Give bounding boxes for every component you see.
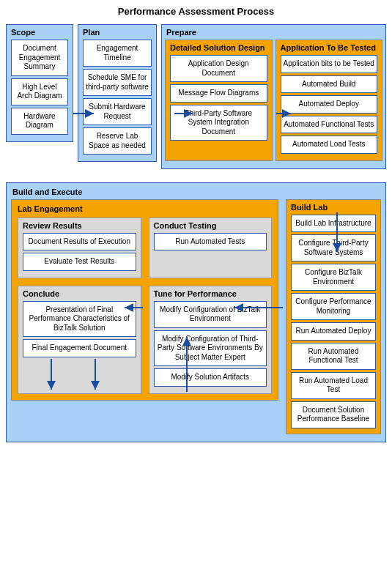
conclude: Conclude Presentation of Final Performan… <box>18 286 141 394</box>
conclude-item: Final Engagement Document <box>23 339 136 357</box>
design-label: Detailed Solution Design <box>169 43 269 52</box>
top-row: Scope Document Engagement Summary High L… <box>6 24 386 169</box>
build-lab-item: Configure BizTalk Environment <box>291 264 376 291</box>
detailed-solution-design: Detailed Solution Design Application Des… <box>165 40 273 161</box>
plan-item: Reserve Lab Space as needed <box>83 127 152 155</box>
app-item: Automated Functional Tests <box>281 116 378 134</box>
build-lab-item: Configure Performance Monitoring <box>291 293 376 320</box>
conclude-label: Conclude <box>21 289 138 298</box>
scope-item: Hardware Diagram <box>11 108 68 135</box>
design-item: Message Flow Diagrams <box>170 84 267 103</box>
application-to-be-tested: Application To Be Tested Application bit… <box>275 40 383 161</box>
review-item: Document Results of Execution <box>23 233 136 251</box>
tune-item: Modify Solution Artifacts <box>154 368 267 387</box>
tune-performance: Tune for Performance Modify Configuratio… <box>149 286 273 394</box>
review-item: Evaluate Test Results <box>23 253 136 271</box>
phase-plan: Plan Engagement Timeline Schedule SME fo… <box>78 24 157 162</box>
build-lab-label: Build Lab <box>289 203 377 212</box>
plan-item: Schedule SME for third-party software <box>83 69 152 96</box>
app-item: Automated Load Tests <box>281 135 378 154</box>
phase-prepare: Prepare Detailed Solution Design Applica… <box>161 24 386 169</box>
tune-item: Modify Configuration of BizTalk Environm… <box>154 301 267 328</box>
build-execute-label: Build and Execute <box>11 187 381 196</box>
review-results: Review Results Document Results of Execu… <box>18 218 141 278</box>
build-lab-item: Document Solution Performance Baseline <box>291 401 376 428</box>
scope-item: High Level Arch Diagram <box>11 78 68 105</box>
conduct-item: Run Automated Tests <box>154 233 267 251</box>
conduct-label: Conduct Testing <box>152 221 269 230</box>
build-lab-item: Build Lab Infrastructure <box>291 215 376 233</box>
conclude-item: Presentation of Final Performance Charac… <box>23 301 136 338</box>
conduct-testing: Conduct Testing Run Automated Tests <box>149 218 273 278</box>
lab-engagement: Lab Engagement Review Results Document R… <box>11 199 278 401</box>
plan-item: Submit Hardware Request <box>83 98 152 125</box>
build-lab-item: Run Automated Load Test <box>291 372 376 399</box>
scope-item: Document Engagement Summary <box>11 40 68 76</box>
build-lab-item: Run Automated Deploy <box>291 322 376 341</box>
phase-scope: Scope Document Engagement Summary High L… <box>6 24 73 142</box>
app-item: Automated Build <box>281 75 378 94</box>
tune-label: Tune for Performance <box>152 289 269 298</box>
review-label: Review Results <box>21 221 138 230</box>
app-item: Application bits to be Tested <box>281 55 378 73</box>
build-lab: Build Lab Build Lab Infrastructure Confi… <box>286 199 381 434</box>
plan-item: Engagement Timeline <box>83 40 152 67</box>
prepare-label: Prepare <box>165 28 382 37</box>
phase-build-execute: Build and Execute Lab Engagement Review … <box>6 182 386 442</box>
design-item: Third-Party Software System Integration … <box>170 105 267 141</box>
build-lab-item: Run Automated Functional Test <box>291 343 376 370</box>
design-item: Application Design Document <box>170 55 267 82</box>
plan-label: Plan <box>81 28 153 37</box>
lab-engagement-label: Lab Engagement <box>16 204 273 213</box>
build-lab-item: Configure Third-Party Software Systems <box>291 234 376 261</box>
app-label: Application To Be Tested <box>279 43 380 52</box>
page-title: Performance Assessment Process <box>6 6 386 17</box>
tune-item: Modify Configuration of Third-Party Soft… <box>154 330 267 367</box>
app-item: Automated Deploy <box>281 95 378 114</box>
scope-label: Scope <box>10 28 70 37</box>
